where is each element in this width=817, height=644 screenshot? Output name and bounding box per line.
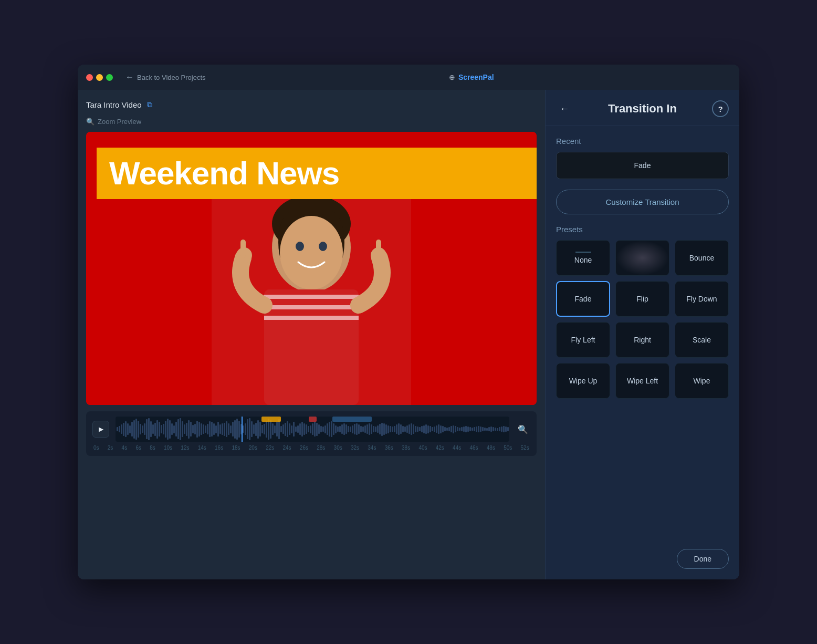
waveform-bar: [324, 425, 326, 433]
transition-title: Transition In: [608, 102, 677, 116]
waveform-bar: [350, 427, 351, 432]
waveform-bar: [417, 427, 418, 432]
minimize-button[interactable]: [96, 74, 103, 81]
customize-transition-button[interactable]: Customize Transition: [556, 190, 729, 214]
waveform-bar: [276, 422, 278, 437]
waveform-bar: [184, 424, 185, 434]
waveform-bar: [238, 421, 240, 438]
ruler-mark: 6s: [135, 445, 141, 451]
waveform-bar: [138, 421, 139, 438]
waveform-bar: [186, 423, 187, 436]
waveform-bar: [493, 427, 494, 431]
zoom-preview-label: Zoom Preview: [98, 118, 141, 126]
waveform-bar: [156, 420, 158, 439]
transition-body: Recent Fade Customize Transition Presets…: [546, 126, 739, 541]
preset-bounce[interactable]: Bounce: [675, 240, 729, 276]
waveform-bar: [385, 424, 387, 434]
waveform-bar: [499, 427, 500, 431]
ruler-mark: 22s: [266, 445, 274, 451]
waveform-bar: [175, 422, 177, 437]
done-btn-area: Done: [546, 541, 739, 579]
edit-project-icon[interactable]: ⧉: [147, 100, 152, 109]
preset-fade[interactable]: Fade: [556, 281, 610, 317]
maximize-button[interactable]: [106, 74, 113, 81]
back-to-projects-button[interactable]: ← Back to Video Projects: [125, 72, 206, 82]
waveform-bar: [381, 423, 383, 436]
waveform-bar: [383, 423, 385, 435]
waveform-bar: [503, 426, 505, 432]
play-button[interactable]: ▶: [92, 421, 109, 438]
app-title-center: ⊕ ScreenPal: [212, 73, 731, 81]
preset-fade-blur[interactable]: [615, 240, 669, 276]
waveform-bar: [398, 423, 400, 435]
preset-fly-left[interactable]: Fly Left: [556, 322, 610, 358]
ruler-mark: 34s: [368, 445, 376, 451]
traffic-lights: [86, 74, 113, 81]
waveform-bar: [335, 425, 337, 433]
segment-red: [309, 417, 317, 422]
preset-wipe-left[interactable]: Wipe Left: [615, 363, 669, 399]
waveform-bar: [451, 426, 452, 432]
transition-panel: ← Transition In ? Recent Fade Customize …: [545, 90, 739, 579]
preset-scale[interactable]: Scale: [675, 322, 729, 358]
waveform-bar: [362, 427, 364, 432]
waveform-bar: [133, 420, 135, 439]
recent-grid: Fade: [556, 152, 729, 179]
recent-fade-button[interactable]: Fade: [556, 152, 729, 179]
waveform-bar: [285, 423, 286, 436]
waveform-bar: [232, 422, 234, 437]
close-button[interactable]: [86, 74, 93, 81]
waveform-bar: [438, 424, 439, 434]
waveform-bar: [469, 427, 471, 431]
preset-fly-right[interactable]: Right: [615, 322, 669, 358]
zoom-timeline-icon[interactable]: 🔍: [516, 422, 530, 437]
waveform-bar: [303, 423, 305, 435]
preset-fly-down[interactable]: Fly Down: [675, 281, 729, 317]
waveform-bar: [190, 422, 192, 437]
waveform-bar: [295, 427, 297, 432]
preset-wipe-left-label: Wipe Left: [627, 377, 658, 385]
waveform-bar: [188, 420, 190, 439]
ruler-mark: 46s: [469, 445, 478, 451]
transition-back-button[interactable]: ←: [556, 100, 573, 117]
svg-rect-13: [240, 240, 246, 258]
waveform-bar: [377, 425, 379, 433]
waveform-bar: [270, 420, 271, 439]
ruler-mark: 2s: [108, 445, 113, 451]
title-bar: ← Back to Video Projects ⊕ ScreenPal: [78, 65, 739, 90]
waveform-bar: [198, 422, 200, 437]
waveform-bar: [400, 424, 402, 434]
timeline-track[interactable]: [116, 417, 509, 442]
preset-wipe-up[interactable]: Wipe Up: [556, 363, 610, 399]
waveform-bar: [345, 424, 347, 434]
presets-label: Presets: [556, 225, 729, 234]
preset-wipe[interactable]: Wipe: [675, 363, 729, 399]
waveform-bar: [236, 419, 238, 440]
preset-none[interactable]: None: [556, 240, 610, 276]
waveform-bar: [201, 423, 202, 435]
zoom-icon: 🔍: [86, 118, 95, 126]
waveform-bar: [320, 426, 322, 432]
waveform-bar: [194, 424, 196, 434]
preset-flip[interactable]: Flip: [615, 281, 669, 317]
person-silhouette: [212, 205, 411, 405]
segment-blue: [332, 417, 372, 422]
waveform-bar: [228, 423, 229, 435]
done-button[interactable]: Done: [677, 549, 729, 569]
help-button[interactable]: ?: [712, 100, 729, 117]
waveform-bar: [352, 425, 353, 433]
preset-wipe-up-label: Wipe Up: [569, 377, 598, 385]
waveform-bar: [282, 424, 284, 434]
waveform-bar: [463, 427, 465, 432]
waveform-bar: [322, 427, 324, 432]
app-window: ← Back to Video Projects ⊕ ScreenPal Tar…: [78, 65, 739, 579]
waveform-bar: [453, 425, 454, 433]
waveform-bar: [154, 423, 156, 436]
waveform-bar: [257, 420, 259, 439]
waveform-bar: [314, 422, 316, 437]
project-title-bar: Tara Intro Video ⧉: [86, 98, 537, 111]
waveform-bar: [234, 420, 236, 439]
waveform-bar: [135, 419, 137, 440]
waveform-bar: [163, 424, 164, 434]
waveform-bar: [144, 423, 145, 435]
